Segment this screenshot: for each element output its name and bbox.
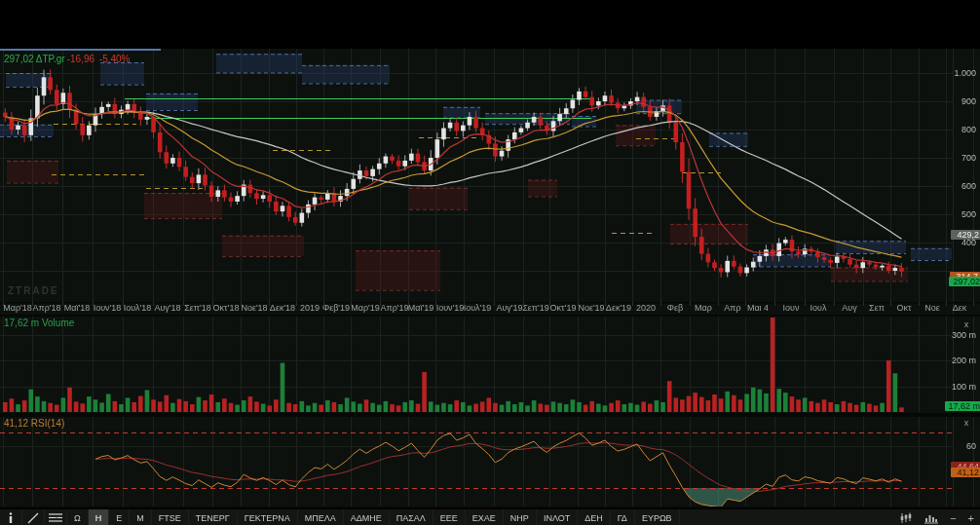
volume-pane-close-icon[interactable]: x [961,320,972,330]
symbol-name: ΔTP.gr [36,54,65,64]
timeframe-button-Μ[interactable]: Μ [130,509,152,525]
ma-white-value-badge: 429,2 [951,230,980,240]
rsi-pane-close-icon[interactable]: x [961,419,972,429]
zoom-controls: − + [893,509,980,525]
ticker-button-ΓΔ[interactable]: ΓΔ [611,509,635,525]
volume-indicator-name: Volume [42,318,74,328]
price-change: -16,96 [67,54,94,64]
current-volume-badge: 17,62 m [945,401,980,411]
toolbar-spacer [680,509,894,525]
ticker-button-ΙΝΛΟΤ[interactable]: ΙΝΛΟΤ [537,509,578,525]
volume-pane-label: 17,62 m Volume [4,318,74,328]
timeframe-group: ΩΗΕΜ [67,509,152,525]
timeframe-button-Ε[interactable]: Ε [109,509,130,525]
ticker-shortcuts-group: FTSEΤΕΝΕΡΓΓΕΚΤΕΡΝΑΜΠΕΛΑΑΔΜΗΕΠΑΣΑΛΕΕΕΕΧΑΕ… [152,509,680,525]
timeframe-button-Ω[interactable]: Ω [67,509,89,525]
ticker-button-ΕΕΕ[interactable]: ΕΕΕ [433,509,466,525]
trading-app: 297,02 ΔTP.gr-16,96 -5,40% 17,62 m Volum… [0,0,980,525]
price-change-pct: -5,40% [99,54,131,64]
indicators-list-icon[interactable] [45,509,67,525]
ticker-button-ΕΥΡΩΒ[interactable]: ΕΥΡΩΒ [635,509,680,525]
ticker-button-ΝΗΡ[interactable]: ΝΗΡ [504,509,537,525]
rsi-value-badge: 41,12 [951,468,980,477]
zoom-in-button[interactable]: + [962,509,980,525]
bottom-toolbar: ΩΗΕΜ FTSEΤΕΝΕΡΓΓΕΚΤΕΡΝΑΜΠΕΛΑΑΔΜΗΕΠΑΣΑΛΕΕ… [0,508,980,525]
ticker-button-ΠΑΣΑΛ[interactable]: ΠΑΣΑΛ [390,509,433,525]
last-price-badge: 297,02 [949,277,980,286]
ticker-button-FTSE[interactable]: FTSE [152,509,189,525]
trendline-tool-icon[interactable] [22,509,45,525]
timeframe-button-Η[interactable]: Η [89,509,110,525]
active-tab-indicator [0,49,161,51]
ticker-button-ΜΠΕΛΑ[interactable]: ΜΠΕΛΑ [298,509,344,525]
symbol-legend: 297,02 ΔTP.gr-16,96 -5,40% [4,54,131,64]
platform-watermark: ZTRADE [8,285,59,296]
ticker-button-ΑΔΜΗΕ[interactable]: ΑΔΜΗΕ [344,509,390,525]
ticker-button-ΤΕΝΕΡΓ[interactable]: ΤΕΝΕΡΓ [189,509,238,525]
last-price: 297,02 [4,54,34,64]
ticker-button-ΔΕΗ[interactable]: ΔΕΗ [578,509,611,525]
histogram-view-icon[interactable] [919,509,944,525]
info-icon[interactable] [0,509,22,525]
volume-value: 17,62 m [4,318,39,328]
zoom-out-button[interactable]: − [944,509,961,525]
rsi-indicator-name: RSI(14) [31,418,64,429]
rsi-value: 41,12 [4,418,28,429]
ticker-button-ΓΕΚΤΕΡΝΑ[interactable]: ΓΕΚΤΕΡΝΑ [238,509,298,525]
chart-canvas[interactable] [0,0,980,508]
rsi-pane-label: 41,12 RSI(14) [4,418,64,429]
candles-view-icon[interactable] [893,509,919,525]
ticker-button-ΕΧΑΕ[interactable]: ΕΧΑΕ [466,509,504,525]
